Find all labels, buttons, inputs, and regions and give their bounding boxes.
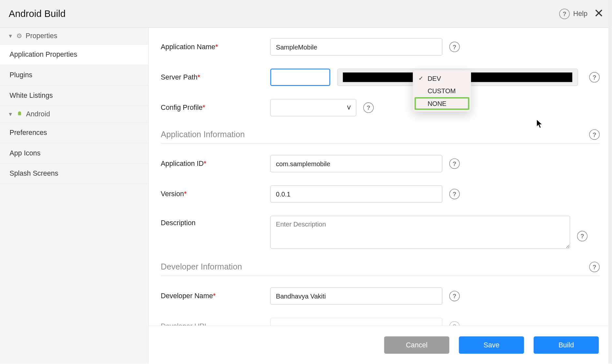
developer-url-input[interactable] [270, 318, 442, 326]
build-button[interactable]: Build [534, 336, 599, 354]
help-icon[interactable]: ? [449, 291, 460, 301]
sidebar-section-label: Properties [25, 32, 57, 40]
sidebar-item-app-icons[interactable]: App Icons [0, 143, 148, 164]
save-button[interactable]: Save [459, 336, 524, 354]
main-form: Application Name* ? Server Path* ? Confi… [149, 28, 612, 326]
scrollbar[interactable] [608, 0, 612, 364]
sidebar-item-splash-screens[interactable]: Splash Screens [0, 164, 148, 184]
chevron-down-icon: ᐯ [347, 105, 351, 111]
sidebar-section-android[interactable]: ▼ Android [0, 106, 148, 123]
help-icon[interactable]: ? [589, 72, 600, 82]
caret-down-icon: ▼ [8, 111, 13, 117]
developer-name-input[interactable] [270, 287, 442, 305]
sidebar-item-white-listings[interactable]: White Listings [0, 85, 148, 106]
sidebar: ▼ ⚙ Properties Application Properties Pl… [0, 28, 149, 364]
description-textarea[interactable] [270, 216, 570, 249]
help-button[interactable]: ? Help [559, 8, 587, 19]
help-icon[interactable]: ? [363, 102, 374, 113]
label-description: Description [161, 216, 270, 227]
label-config-profile: Config Profile* [161, 104, 270, 111]
dropdown-option-dev[interactable]: ✓ DEV [415, 72, 469, 85]
dialog-header: Android Build ? Help [0, 0, 612, 28]
sidebar-section-label: Android [26, 110, 50, 118]
dropdown-option-none[interactable]: NONE [415, 97, 469, 110]
help-icon[interactable]: ? [449, 189, 460, 199]
help-icon[interactable]: ? [589, 129, 600, 140]
sidebar-section-properties[interactable]: ▼ ⚙ Properties [0, 28, 148, 45]
help-icon[interactable]: ? [449, 321, 460, 326]
check-icon: ✓ [418, 75, 424, 81]
sidebar-item-preferences[interactable]: Preferences [0, 123, 148, 143]
label-developer-url: Developer URL [161, 323, 270, 326]
help-icon: ? [559, 8, 570, 19]
dialog-footer: Cancel Save Build [149, 326, 612, 364]
close-button[interactable] [594, 8, 603, 19]
mouse-cursor [536, 119, 544, 129]
help-label: Help [573, 10, 588, 18]
section-application-information: Application Information [161, 130, 245, 139]
section-developer-information: Developer Information [161, 262, 242, 272]
help-icon[interactable]: ? [449, 158, 460, 169]
help-icon[interactable]: ? [589, 262, 600, 272]
label-developer-name: Developer Name* [161, 292, 270, 300]
config-profile-select[interactable]: ᐯ [270, 99, 357, 116]
caret-down-icon: ▼ [8, 33, 13, 39]
help-icon[interactable]: ? [449, 42, 460, 52]
help-icon[interactable]: ? [577, 231, 588, 241]
version-input[interactable] [270, 185, 442, 203]
sidebar-item-application-properties[interactable]: Application Properties [0, 45, 148, 65]
label-application-id: Application ID* [161, 160, 270, 167]
application-id-input[interactable] [270, 155, 442, 172]
dialog-title: Android Build [9, 8, 66, 20]
server-path-select[interactable] [270, 68, 330, 86]
gear-icon: ⚙ [16, 32, 22, 40]
application-name-input[interactable] [270, 38, 442, 55]
dropdown-option-custom[interactable]: CUSTOM [415, 85, 469, 97]
label-server-path: Server Path* [161, 73, 270, 81]
server-path-dropdown: ✓ DEV CUSTOM NONE [413, 70, 471, 112]
label-version: Version* [161, 190, 270, 198]
close-icon [594, 8, 603, 17]
label-application-name: Application Name* [161, 43, 270, 51]
android-icon [16, 110, 23, 118]
sidebar-item-plugins[interactable]: Plugins [0, 65, 148, 86]
cancel-button[interactable]: Cancel [384, 336, 449, 354]
